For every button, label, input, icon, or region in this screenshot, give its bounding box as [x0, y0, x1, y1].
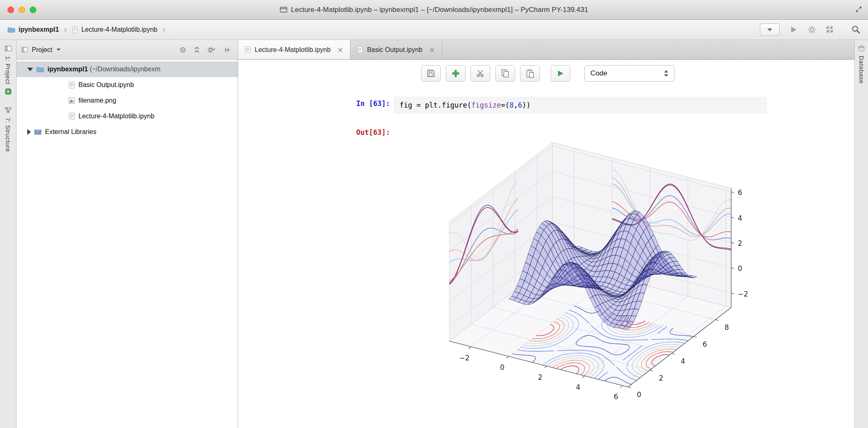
collapse-all-icon[interactable]	[193, 46, 201, 54]
editor-tab-bar: Lecture-4-Matplotlib.ipynb × Basic Outpu…	[238, 40, 854, 60]
chevron-right-icon: ›	[162, 26, 165, 34]
libraries-icon	[34, 129, 42, 135]
coverage-sun-icon[interactable]	[808, 26, 816, 34]
window-icon	[280, 7, 287, 13]
code-text: fig = plt.figure(figsize=(8,6))	[400, 101, 530, 109]
fullscreen-icon[interactable]	[855, 6, 862, 13]
chevron-down-icon	[767, 28, 772, 31]
tab-label: Basic Output.ipynb	[367, 46, 422, 54]
project-tool-icon	[5, 45, 12, 52]
navigation-bar: ipynbexmpl1 › Lecture-4-Matplotlib.ipynb…	[0, 20, 868, 40]
project-panel-header: Project	[17, 40, 238, 60]
project-tree: ipynbexmpl1 (~/Downloads/ipynbexm Basic …	[17, 60, 238, 428]
tool-button-project[interactable]: 1: Project	[5, 56, 12, 84]
tool-button-structure[interactable]: 7: Structure	[5, 118, 12, 152]
notebook-file-icon	[69, 81, 75, 89]
image-file-icon	[69, 97, 75, 104]
grid-tool-icon[interactable]	[826, 26, 834, 34]
breadcrumb-item-project[interactable]: ipynbexmpl1	[19, 26, 59, 33]
tab-label: Lecture-4-Matplotlib.ipynb	[255, 46, 331, 54]
code-input[interactable]: fig = plt.figure(figsize=(8,6))	[394, 97, 766, 113]
cell-type-select[interactable]: Code	[584, 65, 674, 82]
left-tool-stripe: 1: Project 7: Structure	[0, 40, 17, 428]
notebook-toolbar: Code	[238, 60, 854, 87]
folder-icon	[7, 27, 15, 33]
window-title-group: Lecture-4-Matplotlib.ipynb – ipynbexmpl1…	[280, 6, 588, 14]
cut-cell-button[interactable]	[471, 65, 490, 82]
close-tab-icon[interactable]: ×	[337, 45, 343, 54]
right-tool-stripe: Database	[854, 40, 868, 428]
tree-row-file[interactable]: Basic Output.ipynb	[17, 77, 238, 93]
search-icon[interactable]	[851, 25, 861, 34]
window-title-bar: Lecture-4-Matplotlib.ipynb – ipynbexmpl1…	[0, 0, 868, 20]
tree-item-label: ipynbexmpl1	[47, 66, 88, 73]
close-tab-icon[interactable]: ×	[429, 45, 435, 54]
tree-row-external-libraries[interactable]: External Libraries	[17, 124, 238, 140]
play-icon	[556, 69, 565, 78]
notebook-file-icon	[72, 26, 78, 33]
database-icon	[858, 45, 865, 52]
floppy-icon	[426, 69, 435, 78]
notebook-file-icon	[69, 113, 75, 120]
chevron-right-icon: ›	[64, 26, 67, 34]
chevron-down-icon[interactable]	[57, 49, 61, 51]
locate-file-icon[interactable]	[179, 46, 187, 54]
breadcrumb-item-file[interactable]: Lecture-4-Matplotlib.ipynb	[81, 26, 157, 33]
paste-cell-button[interactable]	[520, 65, 540, 82]
expand-caret-icon[interactable]	[27, 129, 31, 135]
minimize-window-button[interactable]	[19, 7, 25, 13]
structure-tool-icon	[5, 106, 12, 114]
tree-item-label: filename.png	[78, 97, 116, 104]
notebook-file-icon	[245, 46, 251, 53]
tool-button-database[interactable]: Database	[858, 56, 865, 84]
zoom-window-button[interactable]	[30, 7, 36, 13]
run-button[interactable]	[790, 26, 798, 34]
paste-icon	[526, 69, 534, 78]
save-button[interactable]	[421, 65, 441, 82]
tree-item-label: Lecture-4-Matplotlib.ipynb	[78, 113, 154, 120]
close-window-button[interactable]	[7, 7, 14, 13]
project-tool-window: Project	[17, 40, 238, 428]
copy-icon	[501, 69, 509, 78]
select-stepper-icon	[664, 70, 668, 77]
plus-icon	[451, 69, 460, 78]
cell-out-label: Out[63]:	[324, 128, 390, 136]
tree-item-path: (~/Downloads/ipynbexm	[88, 66, 161, 73]
run-toolbar	[760, 24, 861, 36]
tree-item-label: External Libraries	[45, 128, 97, 136]
cell-in-label: In [63]:	[336, 99, 390, 108]
tree-item-label: Basic Output.ipynb	[78, 81, 134, 89]
tree-row-file[interactable]: Lecture-4-Matplotlib.ipynb	[17, 108, 238, 124]
matplotlib-3d-surface-figure	[429, 136, 776, 424]
gear-icon[interactable]	[207, 46, 217, 54]
collapse-caret-icon[interactable]	[27, 68, 33, 71]
hide-panel-icon[interactable]	[224, 46, 231, 54]
tree-row-file[interactable]: filename.png	[17, 93, 238, 108]
notebook-file-icon	[357, 46, 363, 53]
copy-cell-button[interactable]	[495, 65, 515, 82]
breadcrumb: ipynbexmpl1 › Lecture-4-Matplotlib.ipynb…	[7, 26, 167, 34]
project-scope-icon	[21, 47, 28, 53]
run-cell-button[interactable]	[551, 65, 570, 82]
scissors-icon	[476, 69, 485, 78]
tree-row-project-root[interactable]: ipynbexmpl1 (~/Downloads/ipynbexm	[17, 61, 238, 77]
editor-area: Lecture-4-Matplotlib.ipynb × Basic Outpu…	[238, 40, 854, 428]
project-panel-title[interactable]: Project	[32, 46, 52, 54]
add-cell-button[interactable]	[446, 65, 466, 82]
run-configuration-select[interactable]	[760, 24, 780, 36]
cell-type-value: Code	[591, 69, 608, 78]
traffic-lights	[7, 0, 36, 19]
tab-basic-output[interactable]: Basic Output.ipynb ×	[350, 40, 442, 59]
window-title: Lecture-4-Matplotlib.ipynb – ipynbexmpl1…	[291, 6, 588, 14]
folder-icon	[36, 66, 44, 73]
notebook-cell-area: In [63]: fig = plt.figure(figsize=(8,6))…	[238, 87, 854, 428]
green-tool-icon[interactable]	[5, 88, 12, 95]
tab-lecture-4-matplot[interactable]: Lecture-4-Matplotlib.ipynb ×	[238, 40, 350, 59]
